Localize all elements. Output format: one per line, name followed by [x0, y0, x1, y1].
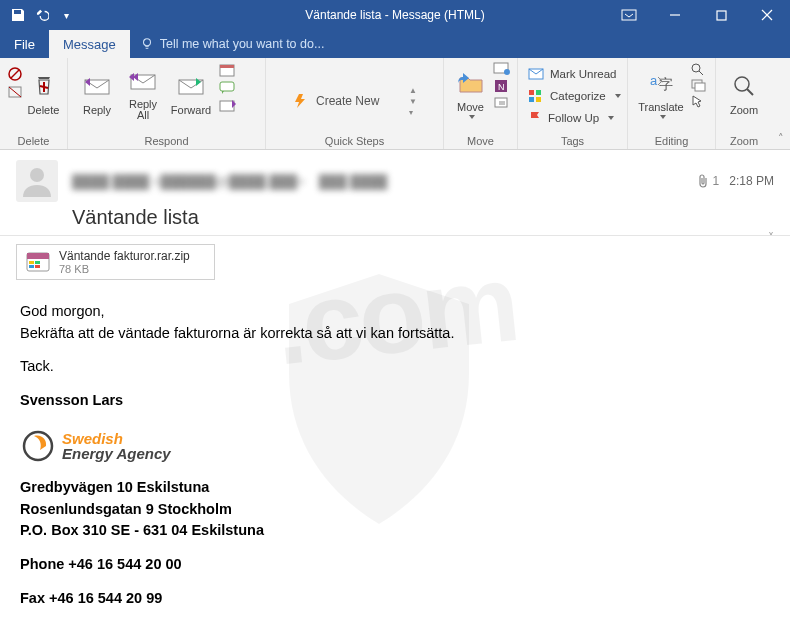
message-subject: Väntande lista	[72, 206, 774, 229]
message-time: 2:18 PM	[729, 174, 774, 188]
svg-line-13	[40, 86, 48, 88]
svg-point-33	[692, 64, 700, 72]
qs-more-icon[interactable]: ▾	[409, 108, 417, 117]
svg-point-22	[504, 69, 510, 75]
reply-icon	[82, 70, 112, 102]
actions-icon[interactable]	[493, 96, 511, 110]
sender-line: ████ ████ <██████@████.███> ███ ████	[72, 174, 683, 189]
categorize-button[interactable]: Categorize	[524, 86, 625, 106]
mark-unread-icon	[528, 68, 544, 80]
body-fax: Fax +46 16 544 20 99	[20, 589, 770, 609]
create-new-label: Create New	[316, 94, 379, 108]
svg-rect-18	[220, 65, 234, 68]
svg-rect-2	[717, 11, 726, 20]
flag-icon	[528, 111, 542, 125]
message-header: ████ ████ <██████@████.███> ███ ████ 1 2…	[0, 150, 790, 236]
svg-rect-27	[529, 90, 534, 95]
svg-rect-42	[29, 261, 34, 264]
translate-icon: a字	[648, 67, 674, 99]
attachment-row: Väntande fakturor.rar.zip 78 KB	[0, 236, 790, 288]
zoom-button[interactable]: Zoom	[722, 60, 766, 126]
tell-me-search[interactable]: Tell me what you want to do...	[130, 30, 325, 58]
meeting-icon[interactable]	[218, 62, 238, 78]
categorize-label: Categorize	[550, 90, 606, 102]
attachment-count: 1	[697, 174, 720, 188]
undo-icon[interactable]	[34, 7, 50, 23]
related-icon[interactable]	[690, 78, 706, 92]
zip-icon	[25, 249, 51, 275]
group-move-label: Move	[450, 133, 511, 149]
tab-message[interactable]: Message	[49, 30, 130, 58]
svg-rect-44	[35, 261, 40, 264]
select-icon[interactable]	[690, 94, 706, 108]
find-icon[interactable]	[690, 62, 706, 76]
titlebar: ▾ Väntande lista - Message (HTML)	[0, 0, 790, 30]
svg-rect-20	[220, 101, 234, 111]
move-button[interactable]: Move	[450, 60, 491, 126]
message-body: God morgon, Bekräfta att de väntade fakt…	[0, 288, 790, 624]
qs-up-icon[interactable]: ▲	[409, 86, 417, 95]
collapse-ribbon-icon[interactable]: ˄	[772, 58, 790, 149]
move-label: Move	[457, 101, 484, 113]
svg-rect-29	[529, 97, 534, 102]
maximize-icon[interactable]	[698, 0, 744, 30]
create-new-quickstep[interactable]: Create New	[292, 93, 379, 109]
svg-rect-41	[27, 253, 49, 259]
more-respond-icon[interactable]	[218, 98, 238, 114]
minimize-icon[interactable]	[652, 0, 698, 30]
svg-line-11	[9, 87, 21, 97]
ribbon-options-icon[interactable]	[606, 0, 652, 30]
logo-text-2: Energy Agency	[62, 446, 171, 461]
qs-down-icon[interactable]: ▼	[409, 97, 417, 106]
svg-rect-28	[536, 90, 541, 95]
svg-rect-0	[622, 10, 636, 20]
reply-label: Reply	[83, 104, 111, 116]
attachment-chip[interactable]: Väntande fakturor.rar.zip 78 KB	[16, 244, 215, 280]
save-icon[interactable]	[10, 7, 26, 23]
lightning-icon	[292, 93, 310, 109]
attachment-name: Väntande fakturor.rar.zip	[59, 249, 190, 263]
followup-label: Follow Up	[548, 112, 599, 124]
delete-icon	[31, 70, 57, 102]
tab-file[interactable]: File	[0, 30, 49, 58]
body-phone: Phone +46 16 544 20 00	[20, 555, 770, 575]
svg-line-9	[11, 70, 19, 78]
delete-label: Delete	[28, 104, 60, 116]
reply-all-button[interactable]: ReplyAll	[122, 60, 164, 126]
svg-point-37	[735, 77, 749, 91]
body-line: God morgon,	[20, 302, 770, 322]
translate-button[interactable]: a字 Translate	[634, 60, 688, 126]
group-zoom-label: Zoom	[722, 133, 766, 149]
avatar	[16, 160, 58, 202]
zoom-label: Zoom	[730, 104, 758, 116]
reply-button[interactable]: Reply	[74, 60, 120, 126]
body-address: Rosenlundsgatan 9 Stockholm	[20, 500, 770, 520]
onenote-icon[interactable]: N	[493, 78, 511, 94]
attachment-size: 78 KB	[59, 263, 190, 275]
svg-line-34	[699, 71, 703, 75]
expand-header-icon[interactable]: ˅	[768, 231, 774, 245]
reply-all-icon	[128, 65, 158, 97]
delete-button[interactable]: Delete	[26, 60, 61, 126]
body-address: Gredbyvägen 10 Eskilstuna	[20, 478, 770, 498]
svg-text:N: N	[498, 82, 505, 92]
forward-icon	[176, 70, 206, 102]
close-icon[interactable]	[744, 0, 790, 30]
followup-button[interactable]: Follow Up	[524, 108, 625, 128]
rules-icon[interactable]	[493, 62, 511, 76]
mark-unread-button[interactable]: Mark Unread	[524, 64, 625, 84]
body-address: P.O. Box 310 SE - 631 04 Eskilstuna	[20, 521, 770, 541]
group-editing-label: Editing	[634, 133, 709, 149]
lightbulb-icon	[140, 37, 154, 51]
qat-more-icon[interactable]: ▾	[58, 7, 74, 23]
im-icon[interactable]	[218, 80, 238, 96]
svg-rect-43	[29, 265, 34, 268]
categorize-icon	[528, 89, 544, 103]
ignore-icon[interactable]	[6, 66, 24, 82]
svg-rect-30	[536, 97, 541, 102]
forward-button[interactable]: Forward	[166, 60, 216, 126]
group-respond-label: Respond	[74, 133, 259, 149]
junk-icon[interactable]	[6, 84, 24, 100]
body-line: Tack.	[20, 357, 770, 377]
svg-rect-19	[220, 82, 234, 91]
